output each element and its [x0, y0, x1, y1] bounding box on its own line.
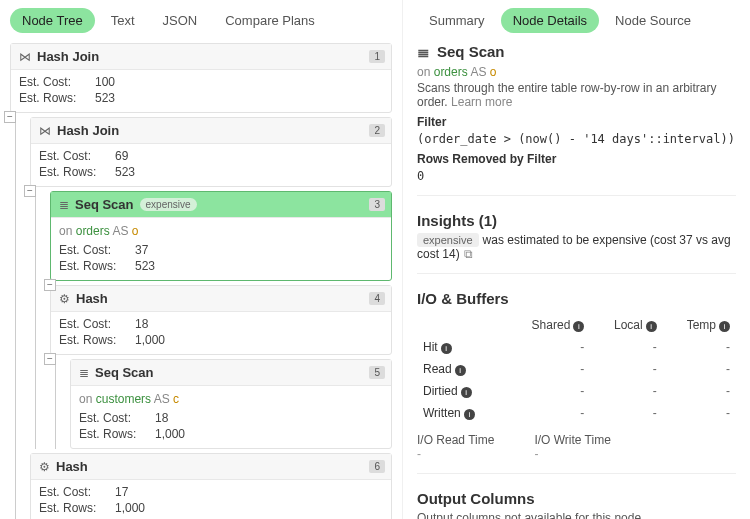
est-rows: Est. Rows:1,000 — [39, 500, 383, 516]
tab-node-tree[interactable]: Node Tree — [10, 8, 95, 33]
removed-value: 0 — [417, 169, 736, 183]
hash-join-icon: ⋈ — [39, 124, 51, 138]
filter-expr: (order_date > (now() - '14 days'::interv… — [417, 132, 736, 146]
detail-desc: Scans through the entire table row-by-ro… — [417, 81, 736, 109]
est-rows: Est. Rows:523 — [59, 258, 383, 274]
est-rows: Est. Rows:523 — [39, 164, 383, 180]
node-name: Hash — [56, 459, 88, 474]
detail-title: ≣Seq Scan — [417, 43, 736, 61]
est-cost: Est. Cost:69 — [39, 148, 383, 164]
insights-title: Insights (1) — [417, 212, 736, 229]
node-name: Seq Scan — [95, 365, 154, 380]
collapse-toggle[interactable]: − — [24, 185, 36, 197]
info-icon[interactable]: i — [719, 321, 730, 332]
tree-node[interactable]: ≣Seq Scanexpensive3on orders AS oEst. Co… — [50, 191, 392, 281]
seq-scan-icon: ≣ — [59, 198, 69, 212]
insight-badge: expensive — [417, 233, 479, 247]
est-cost: Est. Cost:18 — [59, 316, 383, 332]
node-index: 2 — [369, 124, 385, 137]
node-name: Hash Join — [37, 49, 99, 64]
info-icon[interactable]: i — [455, 365, 466, 376]
tab-compare-plans[interactable]: Compare Plans — [213, 8, 327, 33]
insight-row: expensivewas estimated to be expensive (… — [417, 233, 736, 261]
tree-node[interactable]: ⋈Hash Join2Est. Cost:69Est. Rows:523 — [30, 117, 392, 187]
tab-node-source[interactable]: Node Source — [603, 8, 703, 33]
tree-node[interactable]: ⚙Hash6Est. Cost:17Est. Rows:1,000 — [30, 453, 392, 519]
est-cost: Est. Cost:100 — [19, 74, 383, 90]
info-icon[interactable]: i — [464, 409, 475, 420]
node-index: 1 — [369, 50, 385, 63]
tree-node[interactable]: ⚙Hash4Est. Cost:18Est. Rows:1,000 — [50, 285, 392, 355]
node-relation: on orders AS o — [59, 222, 383, 242]
node-relation: on customers AS c — [79, 390, 383, 410]
node-index: 6 — [369, 460, 385, 473]
node-name: Seq Scan — [75, 197, 134, 212]
detail-on: on orders AS o — [417, 65, 736, 79]
est-cost: Est. Cost:17 — [39, 484, 383, 500]
tab-text[interactable]: Text — [99, 8, 147, 33]
tree-node[interactable]: ⋈Hash Join1Est. Cost:100Est. Rows:523 — [10, 43, 392, 113]
node-name: Hash Join — [57, 123, 119, 138]
node-index: 5 — [369, 366, 385, 379]
seq-scan-icon: ≣ — [79, 366, 89, 380]
collapse-toggle[interactable]: − — [44, 353, 56, 365]
node-badge: expensive — [140, 198, 197, 211]
info-icon[interactable]: i — [646, 321, 657, 332]
info-icon[interactable]: i — [441, 343, 452, 354]
est-cost: Est. Cost:18 — [79, 410, 383, 426]
hash-icon: ⚙ — [59, 292, 70, 306]
tab-summary[interactable]: Summary — [417, 8, 497, 33]
tree-node[interactable]: ≣Seq Scan5on customers AS cEst. Cost:18E… — [70, 359, 392, 449]
io-times: I/O Read Time- I/O Write Time- — [417, 433, 736, 461]
info-icon[interactable]: i — [461, 387, 472, 398]
io-table: SharediLocaliTempiHiti---Readi---Dirtied… — [417, 313, 736, 425]
hash-icon: ⚙ — [39, 460, 50, 474]
external-link-icon[interactable]: ⧉ — [464, 247, 473, 261]
tab-json[interactable]: JSON — [151, 8, 210, 33]
est-rows: Est. Rows:523 — [19, 90, 383, 106]
node-name: Hash — [76, 291, 108, 306]
output-title: Output Columns — [417, 490, 736, 507]
learn-more-link[interactable]: Learn more — [451, 95, 512, 109]
est-cost: Est. Cost:37 — [59, 242, 383, 258]
node-index: 3 — [369, 198, 385, 211]
info-icon[interactable]: i — [573, 321, 584, 332]
tab-node-details[interactable]: Node Details — [501, 8, 599, 33]
collapse-toggle[interactable]: − — [4, 111, 16, 123]
node-index: 4 — [369, 292, 385, 305]
filter-label: Filter — [417, 115, 736, 129]
io-title: I/O & Buffers — [417, 290, 736, 307]
est-rows: Est. Rows:1,000 — [59, 332, 383, 348]
collapse-toggle[interactable]: − — [44, 279, 56, 291]
hash-join-icon: ⋈ — [19, 50, 31, 64]
est-rows: Est. Rows:1,000 — [79, 426, 383, 442]
removed-label: Rows Removed by Filter — [417, 152, 736, 166]
output-text: Output columns not available for this no… — [417, 511, 736, 519]
